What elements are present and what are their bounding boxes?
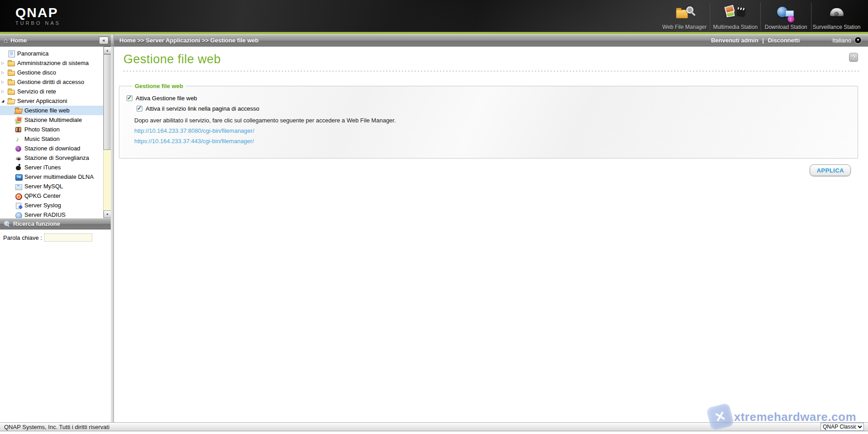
- theme-select[interactable]: QNAP Classic: [821, 423, 864, 431]
- scrollbar-up-icon[interactable]: [104, 47, 111, 54]
- surveillance-icon: [15, 154, 22, 162]
- enable-webfile-label: Attiva Gestione file web: [136, 95, 197, 102]
- dlna-icon: [15, 173, 22, 181]
- expand-arrow-icon[interactable]: [1, 87, 8, 96]
- tree-item-server-itunes[interactable]: Server iTunes: [0, 163, 103, 172]
- tree-item-music-station[interactable]: Music Station: [0, 134, 103, 144]
- itunes-icon: [15, 164, 22, 171]
- sidebar-panel-title: Home: [10, 37, 27, 44]
- enable-webfile-row: Attiva Gestione file web: [127, 93, 858, 103]
- web-file-manager-icon: [674, 6, 695, 23]
- turbo-nas-label: TURBO NAS: [15, 20, 61, 26]
- station-multimedia-station[interactable]: Multimedia Station: [710, 2, 760, 30]
- search-panel-header: Ricerca funzione: [0, 218, 111, 229]
- tree-item-server-syslog[interactable]: Server Syslog: [0, 201, 103, 210]
- tree-item-amministrazione[interactable]: Amministrazione di sistema: [0, 58, 103, 68]
- language-dropdown-icon[interactable]: [854, 37, 862, 44]
- expand-arrow-icon[interactable]: [1, 58, 8, 68]
- download-station-icon: [775, 6, 797, 23]
- tree-item-gestione-file-web[interactable]: Gestione file web: [0, 106, 103, 115]
- title-divider: [123, 70, 859, 72]
- panel-divider: [111, 34, 114, 47]
- multimedia-icon: [15, 117, 22, 124]
- breadcrumb: Home >> Server Applicazioni >> Gestione …: [119, 37, 259, 44]
- welcome-text: Benvenuti admin: [711, 37, 759, 44]
- welcome-separator: |: [762, 37, 764, 44]
- main-content: Gestione file web Gestione file web Atti…: [114, 47, 868, 422]
- overview-icon: [8, 50, 15, 57]
- language-label: Italiano: [832, 37, 851, 44]
- help-icon[interactable]: [849, 53, 858, 62]
- tree-item-stazione-sorveglianza[interactable]: Stazione di Sorveglianza: [0, 153, 103, 163]
- qnap-logo-text: QNAP: [15, 6, 61, 19]
- copyright-text: QNAP Systems, Inc. Tutti i diritti riser…: [4, 424, 109, 430]
- enable-link-row: Attiva il servizio link nella pagina di …: [137, 103, 858, 114]
- folder-open-icon: [8, 98, 15, 105]
- nav-tree: Panoramica Amministrazione di sistema Ge…: [0, 47, 103, 218]
- keyword-input[interactable]: [44, 233, 92, 242]
- folder-icon: [8, 69, 15, 76]
- welcome-block: Benvenuti admin | Disconnetti: [711, 37, 800, 44]
- expand-arrow-icon[interactable]: [1, 77, 8, 87]
- tree-item-server-dlna[interactable]: Server multimediale DLNA: [0, 172, 103, 182]
- section-legend: Gestione file web: [132, 83, 186, 89]
- multimedia-station-icon: [725, 6, 746, 23]
- tree-item-stazione-di-download[interactable]: Stazione di download: [0, 144, 103, 153]
- enable-link-checkbox[interactable]: [137, 106, 142, 112]
- station-web-file-manager[interactable]: Web File Manager: [659, 2, 710, 30]
- breadcrumb-bar: Home >> Server Applicazioni >> Gestione …: [114, 34, 868, 47]
- tree-item-server-radius[interactable]: Server RADIUS: [0, 210, 103, 218]
- tree-item-photo-station[interactable]: Photo Station: [0, 125, 103, 134]
- surveillance-station-icon: [826, 6, 848, 23]
- logout-link[interactable]: Disconnetti: [768, 37, 800, 44]
- folder-orange-icon: [15, 107, 22, 114]
- apply-button[interactable]: APPLICA: [810, 164, 851, 176]
- scrollbar-thumb[interactable]: [104, 54, 111, 150]
- tree-item-server-mysql[interactable]: Server MySQL: [0, 182, 103, 191]
- footer: QNAP Systems, Inc. Tutti i diritti riser…: [0, 422, 868, 431]
- scrollbar-down-icon[interactable]: [104, 210, 111, 218]
- syslog-icon: [15, 202, 22, 209]
- qpkg-icon: [15, 192, 22, 200]
- enable-webfile-checkbox[interactable]: [127, 95, 132, 101]
- station-surveillance-station[interactable]: Surveillance Station: [811, 2, 862, 30]
- https-link[interactable]: https://10.164.233.37:443/cgi-bin/filema…: [134, 138, 254, 145]
- http-link-row: http://10.164.233.37:8080/cgi-bin/filema…: [134, 126, 858, 136]
- expand-arrow-icon[interactable]: [1, 68, 8, 77]
- tree-item-server-applicazioni[interactable]: Server Applicazioni: [0, 96, 103, 106]
- apply-row: APPLICA: [114, 164, 851, 176]
- http-link[interactable]: http://10.164.233.37:8080/cgi-bin/filema…: [134, 127, 254, 134]
- home-icon: [4, 37, 8, 44]
- nav-tree-wrap: Panoramica Amministrazione di sistema Ge…: [0, 47, 111, 218]
- tree-item-servizio-di-rete[interactable]: Servizio di rete: [0, 87, 103, 96]
- top-header: QNAP TURBO NAS Web File Manager Multimed…: [0, 0, 868, 32]
- service-info-text: Dopo aver abilitato il servizio, fare cl…: [134, 115, 858, 126]
- sidebar-collapse-button[interactable]: [99, 37, 108, 44]
- radius-icon: [15, 211, 22, 219]
- keyword-label: Parola chiave :: [3, 233, 42, 241]
- tree-item-gestione-diritti[interactable]: Gestione diritti di accesso: [0, 77, 103, 87]
- body-row: Panoramica Amministrazione di sistema Ge…: [0, 47, 868, 422]
- qnap-logo: QNAP TURBO NAS: [0, 6, 61, 26]
- language-block: Italiano: [832, 37, 862, 44]
- sidebar: Panoramica Amministrazione di sistema Ge…: [0, 47, 111, 422]
- search-panel-body: Parola chiave :: [0, 229, 111, 422]
- mysql-icon: [15, 183, 22, 190]
- sidebar-panel-header: Home: [0, 34, 111, 47]
- header-stations: Web File Manager Multimedia Station Down…: [659, 0, 862, 32]
- tree-item-panoramica[interactable]: Panoramica: [0, 49, 103, 58]
- photo-icon: [15, 126, 22, 133]
- tree-item-qpkg-center[interactable]: QPKG Center: [0, 191, 103, 201]
- station-download-station[interactable]: Download Station: [760, 2, 811, 30]
- https-link-row: https://10.164.233.37:443/cgi-bin/filema…: [134, 136, 858, 146]
- folder-icon: [8, 60, 15, 67]
- webfile-section: Gestione file web Attiva Gestione file w…: [119, 83, 858, 159]
- folder-icon: [8, 79, 15, 86]
- search-panel-title: Ricerca funzione: [13, 220, 60, 227]
- sidebar-main-divider: [111, 47, 114, 422]
- bar-row: Home Home >> Server Applicazioni >> Gest…: [0, 34, 868, 47]
- folder-icon: [8, 88, 15, 95]
- tree-item-gestione-disco[interactable]: Gestione disco: [0, 68, 103, 77]
- tree-scrollbar[interactable]: [103, 47, 111, 218]
- tree-item-stazione-multimediale[interactable]: Stazione Multimediale: [0, 115, 103, 125]
